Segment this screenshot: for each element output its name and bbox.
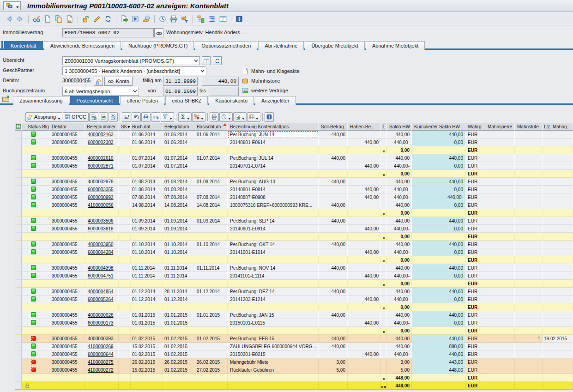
cell-wae[interactable]: EUR [465, 288, 485, 296]
cell-bez[interactable]: Per.Buchung: DEZ 14 [228, 288, 319, 296]
cell-sig[interactable] [381, 374, 387, 382]
cell-sk[interactable] [119, 170, 131, 178]
cell-bd[interactable]: 01.07.2014 [131, 162, 163, 170]
cell-wae[interactable]: EUR [465, 209, 485, 217]
cell-mst[interactable] [515, 343, 543, 350]
contract-input[interactable]: P001/10003-6007-02 [62, 28, 154, 37]
cell-msp[interactable] [485, 319, 515, 327]
cell-bez[interactable]: 20140801-E0814 [228, 186, 319, 193]
cell-bgd[interactable]: 01.07.2014 [163, 162, 195, 170]
cell-bez[interactable]: 20140701-E0714 [228, 162, 319, 170]
cell-soll[interactable] [319, 272, 348, 280]
cell-bsd[interactable] [195, 186, 228, 193]
cell-bel[interactable] [84, 327, 119, 335]
print-grid-button[interactable] [210, 112, 219, 122]
cell-ltz[interactable] [543, 288, 573, 296]
cell-mst[interactable] [515, 264, 543, 272]
cell-kum[interactable] [412, 146, 465, 154]
cell-hab[interactable] [348, 327, 381, 335]
document-number-link[interactable]: 6000002303 [88, 140, 114, 145]
cell-bel[interactable]: 6000005264 [84, 296, 119, 303]
cell-deb[interactable] [49, 382, 84, 390]
cell-soll[interactable] [319, 186, 348, 193]
cell-bd[interactable]: 01.09.2014 [131, 217, 163, 225]
cell-bgd[interactable]: 01.10.2014 [163, 241, 195, 248]
cell-bd[interactable]: 01.02.2015 [131, 350, 163, 358]
cell-bez[interactable]: Per.Buchung: SEP 14 [228, 217, 319, 225]
cell-mst[interactable] [515, 170, 543, 178]
column-header-marker[interactable] [15, 123, 22, 131]
navigate-button[interactable] [94, 77, 103, 86]
faellig-field[interactable]: 31.12.9999 [163, 77, 198, 86]
tab-kontenblatt[interactable]: Kontenblatt [4, 41, 43, 50]
cell-sk[interactable] [119, 327, 131, 335]
cell-mst[interactable] [515, 146, 543, 154]
cell-kum[interactable]: 440,00 [412, 178, 465, 186]
cell-wae[interactable]: EUR [465, 280, 485, 288]
refresh-button[interactable] [103, 14, 114, 24]
cell-hab[interactable]: 440,00 [348, 350, 381, 358]
sort-desc-button[interactable] [132, 112, 141, 122]
cell-ltz[interactable] [543, 193, 573, 201]
cell-hab[interactable]: 440,00 [348, 225, 381, 233]
cell-sal[interactable]: 440,00- [387, 162, 412, 170]
cell-hab[interactable] [348, 374, 381, 382]
cell-wae[interactable]: EUR [465, 193, 485, 201]
cell-wae[interactable]: EUR [465, 382, 485, 390]
cell-bez[interactable] [228, 327, 319, 335]
cell-sal[interactable]: 440,00- [387, 272, 412, 280]
cell-bgd[interactable]: 01.12.2014 [163, 296, 195, 303]
cell-soll[interactable]: 440,00 [319, 264, 348, 272]
cell-sig[interactable] [381, 139, 387, 146]
cell-msp[interactable] [485, 186, 515, 193]
cell-kum[interactable] [412, 327, 465, 335]
cell-bgd[interactable]: 01.08.2014 [163, 186, 195, 193]
cell-mst[interactable] [515, 217, 543, 225]
tab-optionssatzmethoden[interactable]: Optionssatzmethoden [195, 41, 257, 50]
cell-st[interactable] [22, 248, 49, 256]
cell-ltz[interactable] [543, 311, 573, 319]
cell-soll[interactable] [319, 296, 348, 303]
cell-ltz[interactable] [543, 296, 573, 303]
folder-open-icon[interactable] [2, 95, 10, 103]
cell-sal[interactable]: 440,00- [387, 225, 412, 233]
cell-bel[interactable]: 6000003355 [84, 186, 119, 193]
document-number-link[interactable]: 4000000393 [88, 336, 114, 341]
cell-bd[interactable]: 01.01.2015 [131, 319, 163, 327]
cell-sal[interactable]: 0,00 [387, 280, 412, 288]
cell-deb[interactable]: 3000000455 [49, 186, 84, 193]
cell-deb[interactable] [49, 374, 84, 382]
cell-deb[interactable]: 3000000455 [49, 131, 84, 139]
mahn-klageakte-link[interactable]: Mahn- und Klageakte [241, 67, 300, 75]
cell-bsd[interactable] [195, 225, 228, 233]
cell-ltz[interactable] [543, 327, 573, 335]
cell-bd[interactable] [131, 233, 163, 241]
cell-st[interactable] [22, 131, 49, 139]
cell-bel[interactable]: 4000004854 [84, 288, 119, 296]
cell-kum[interactable]: 443,00 [412, 358, 465, 366]
cell-sk[interactable] [119, 256, 131, 264]
cell-bel[interactable]: 6000002871 [84, 162, 119, 170]
cell-bel[interactable]: 4100000269 [84, 343, 119, 350]
cell-bsd[interactable] [195, 303, 228, 311]
cell-ltz[interactable] [543, 319, 573, 327]
cell-bd[interactable]: 01.08.2014 [131, 178, 163, 186]
cell-mst[interactable] [515, 154, 543, 162]
cell-mst[interactable] [515, 296, 543, 303]
cell-deb[interactable]: 3000000455 [49, 162, 84, 170]
cell-bd[interactable] [131, 303, 163, 311]
cell-wae[interactable]: EUR [465, 178, 485, 186]
cell-sal[interactable]: 440,00 [387, 201, 412, 209]
cell-bel[interactable]: 6000000644 [84, 350, 119, 358]
cell-sk[interactable] [119, 209, 131, 217]
cell-bgd[interactable] [163, 303, 195, 311]
cell-ltz[interactable] [543, 264, 573, 272]
column-header-bsd[interactable]: Basisdatum [195, 123, 228, 131]
cell-bsd[interactable]: 01.07.2014 [195, 154, 228, 162]
cell-sig[interactable] [381, 343, 387, 350]
subtab-offene-posten[interactable]: offene Posten [120, 96, 164, 105]
cell-mst[interactable] [515, 319, 543, 327]
execute-button[interactable] [130, 14, 141, 24]
document-number-link[interactable]: 4000004854 [88, 289, 114, 294]
hierarchy-button[interactable] [195, 14, 206, 24]
